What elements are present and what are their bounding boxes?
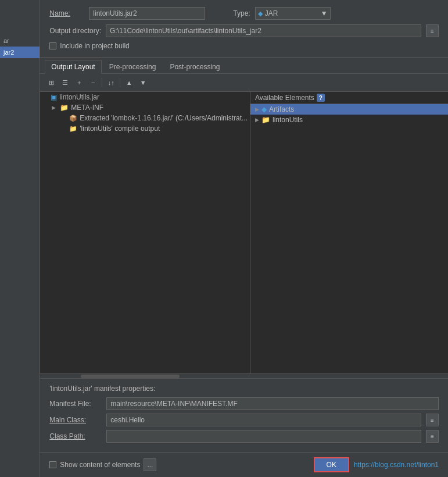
toolbar-remove-button[interactable]: − [87, 76, 99, 89]
toolbar-add-item-button[interactable]: ⊞ [45, 76, 58, 89]
horizontal-scrollbar[interactable] [40, 373, 448, 378]
output-dir-input[interactable] [106, 24, 421, 37]
toolbar-add-button[interactable]: + [73, 76, 85, 89]
content-split: ▣ lintonUtils.jar ▶ 📁 META-INF 📦 Extract… [40, 92, 448, 373]
elements-item-label: lintonUtils [273, 116, 303, 124]
tab-preprocessing[interactable]: Pre-processing [103, 60, 163, 73]
show-content-row: Show content of elements ... [49, 458, 156, 471]
type-label: Type: [233, 9, 250, 17]
manifest-file-input[interactable] [106, 397, 439, 410]
elements-item-artifacts[interactable]: ▶ ◆ Artifacts [250, 104, 448, 115]
manifest-file-row: Manifest File: [49, 397, 439, 410]
manifest-class-path-label: Class Path: [49, 432, 102, 440]
artifact-icon: ◆ [261, 105, 267, 113]
available-elements-label: Available Elements [255, 94, 314, 102]
output-dir-browse-button[interactable]: ≡ [426, 24, 439, 37]
tree-item-label: Extracted 'lombok-1.16.16.jar/' (C:/User… [80, 114, 248, 122]
bottom-bar: Show content of elements ... OK https://… [40, 452, 448, 477]
include-build-row: Include in project build [49, 42, 439, 50]
tree-arrow-meta: ▶ [52, 105, 58, 111]
tree-item-jar[interactable]: ▣ lintonUtils.jar [40, 92, 250, 102]
chevron-down-icon: ▼ [321, 9, 328, 17]
sidebar-item-jar2[interactable]: jar2 [0, 47, 40, 58]
folder-small-icon: 📁 [69, 125, 77, 133]
manifest-main-class-row: Main Class: ≡ [49, 414, 439, 426]
toolbar-move-down-button[interactable]: ▼ [137, 76, 149, 89]
type-select[interactable]: ◆ JAR ▼ [255, 7, 331, 20]
tree-item-label: 'lintonUtils' compile output [80, 124, 160, 133]
elements-header: Available Elements ? [250, 92, 448, 104]
tree-item-lombok[interactable]: 📦 Extracted 'lombok-1.16.16.jar/' (C:/Us… [40, 113, 250, 123]
toolbar-sort-button[interactable]: ↓↑ [105, 76, 117, 89]
include-project-build-checkbox[interactable] [49, 42, 56, 49]
ok-button[interactable]: OK [314, 457, 349, 472]
tab-postprocessing[interactable]: Post-processing [163, 60, 226, 73]
form-area: Name: Type: ◆ JAR ▼ Output directory: ≡ … [40, 0, 448, 58]
extract-icon: 📦 [69, 115, 77, 122]
sidebar: ar jar2 [0, 0, 40, 477]
elements-arrow-artifacts: ▶ [255, 106, 259, 112]
class-path-browse-button[interactable]: ≡ [426, 430, 439, 443]
manifest-file-label: Manifest File: [49, 400, 102, 408]
elements-arrow-linton: ▶ [255, 117, 259, 123]
manifest-section: 'lintonUtils.jar' manifest properties: M… [40, 378, 448, 452]
toolbar-separator2 [120, 78, 120, 87]
show-content-checkbox[interactable] [49, 461, 56, 468]
main-class-browse-button[interactable]: ≡ [426, 414, 439, 426]
elements-panel: Available Elements ? ▶ ◆ Artifacts ▶ 📁 l… [250, 92, 448, 373]
include-project-build-label: Include in project build [60, 42, 129, 50]
elements-item-lintonutils[interactable]: ▶ 📁 lintonUtils [250, 115, 448, 125]
manifest-class-path-input[interactable] [106, 430, 421, 443]
toolbar-separator [102, 78, 102, 87]
tree-item-meta-inf[interactable]: ▶ 📁 META-INF [40, 102, 250, 113]
manifest-main-class-input[interactable] [106, 414, 421, 426]
help-icon[interactable]: ? [317, 94, 325, 102]
toolbar-list-button[interactable]: ☰ [59, 76, 71, 89]
name-label: Name: [49, 9, 84, 17]
output-dir-row: Output directory: ≡ [49, 24, 439, 37]
folder-elements-icon: 📁 [261, 116, 270, 124]
elements-item-label: Artifacts [269, 105, 294, 113]
show-content-label: Show content of elements [60, 461, 140, 469]
scrollbar-thumb[interactable] [81, 375, 180, 378]
manifest-main-class-label: Main Class: [49, 416, 102, 424]
main-panel: Name: Type: ◆ JAR ▼ Output directory: ≡ … [40, 0, 448, 477]
tabs-bar: Output Layout Pre-processing Post-proces… [40, 58, 448, 74]
jar-diamond-icon: ◆ [258, 10, 263, 17]
tree-item-label: META-INF [71, 104, 103, 112]
name-input[interactable] [89, 7, 205, 20]
tree-panel: ▣ lintonUtils.jar ▶ 📁 META-INF 📦 Extract… [40, 92, 250, 373]
buttons-row: OK https://blog.csdn.net/linton1 [314, 457, 439, 472]
tree-item-compile-output[interactable]: 📁 'lintonUtils' compile output [40, 123, 250, 134]
toolbar: ⊞ ☰ + − ↓↑ ▲ ▼ [40, 74, 448, 92]
dots-button[interactable]: ... [144, 458, 156, 471]
sidebar-item-ar[interactable]: ar [0, 35, 40, 47]
manifest-title: 'lintonUtils.jar' manifest properties: [49, 385, 439, 393]
toolbar-move-up-button[interactable]: ▲ [123, 76, 135, 89]
tab-output-layout[interactable]: Output Layout [45, 60, 101, 74]
output-dir-label: Output directory: [49, 27, 101, 35]
cancel-link[interactable]: https://blog.csdn.net/linton1 [354, 461, 439, 469]
folder-icon: 📁 [60, 104, 69, 112]
jar-icon: ▣ [51, 93, 57, 101]
tree-item-label: lintonUtils.jar [59, 93, 99, 101]
name-type-row: Name: Type: ◆ JAR ▼ [49, 7, 439, 20]
manifest-class-path-row: Class Path: ≡ [49, 430, 439, 443]
